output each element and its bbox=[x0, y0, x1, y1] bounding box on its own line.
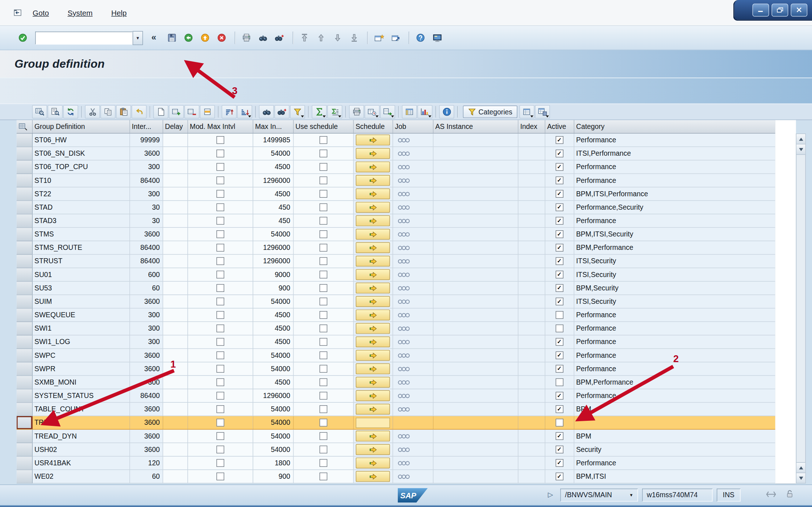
command-dropdown-button[interactable]: ▼ bbox=[133, 31, 143, 45]
use-schedule-checkbox[interactable] bbox=[319, 217, 327, 225]
find-next-button[interactable] bbox=[274, 105, 289, 118]
row-selector[interactable] bbox=[17, 254, 32, 268]
previous-page-button[interactable] bbox=[314, 31, 328, 45]
column-header-interval[interactable]: Inter... bbox=[129, 120, 162, 133]
mod-max-intvl-checkbox[interactable] bbox=[216, 298, 224, 305]
row-selector[interactable] bbox=[17, 308, 32, 322]
mod-max-intvl-checkbox[interactable] bbox=[216, 204, 224, 211]
first-page-button[interactable] bbox=[297, 31, 312, 45]
schedule-button[interactable] bbox=[356, 188, 390, 199]
column-header-name[interactable]: Group Definition bbox=[32, 120, 130, 133]
row-selector[interactable] bbox=[17, 295, 32, 308]
active-checkbox[interactable] bbox=[555, 378, 563, 386]
use-schedule-checkbox[interactable] bbox=[319, 419, 327, 427]
mod-max-intvl-checkbox[interactable] bbox=[216, 325, 224, 332]
job-chain-icon[interactable] bbox=[397, 394, 410, 399]
export-button[interactable] bbox=[380, 105, 395, 118]
sort-desc-button[interactable] bbox=[237, 105, 252, 118]
row-selector[interactable] bbox=[17, 362, 32, 376]
mod-max-intvl-checkbox[interactable] bbox=[216, 446, 224, 453]
mod-max-intvl-checkbox[interactable] bbox=[216, 378, 224, 386]
scroll-down-button-bottom[interactable] bbox=[796, 473, 805, 483]
mod-max-intvl-checkbox[interactable] bbox=[216, 284, 224, 292]
create-shortcut-button[interactable] bbox=[388, 31, 403, 45]
vertical-scrollbar[interactable] bbox=[796, 134, 806, 483]
job-chain-icon[interactable] bbox=[397, 178, 410, 183]
sort-asc-button[interactable] bbox=[222, 105, 237, 118]
row-selector[interactable] bbox=[17, 227, 32, 241]
active-checkbox[interactable]: ✓ bbox=[555, 352, 563, 359]
schedule-button[interactable] bbox=[356, 431, 390, 441]
schedule-button[interactable] bbox=[356, 175, 390, 186]
active-checkbox[interactable]: ✓ bbox=[555, 137, 563, 144]
find-next-button[interactable] bbox=[272, 31, 287, 45]
select-all-icon[interactable] bbox=[18, 123, 27, 130]
schedule-button[interactable] bbox=[356, 350, 390, 361]
job-chain-icon[interactable] bbox=[397, 474, 410, 479]
schedule-button[interactable] bbox=[356, 296, 390, 307]
use-schedule-checkbox[interactable] bbox=[319, 271, 327, 278]
mod-max-intvl-checkbox[interactable] bbox=[216, 432, 224, 440]
save-button[interactable] bbox=[165, 31, 179, 45]
active-checkbox[interactable]: ✓ bbox=[555, 190, 563, 198]
next-page-button[interactable] bbox=[330, 31, 345, 45]
status-system-field[interactable]: /BNWVS/MAIN ▼ bbox=[560, 489, 638, 502]
schedule-button[interactable] bbox=[356, 444, 390, 455]
use-schedule-checkbox[interactable] bbox=[319, 177, 327, 184]
row-selector[interactable] bbox=[17, 281, 32, 295]
row-selector[interactable] bbox=[17, 241, 32, 254]
active-checkbox[interactable]: ✓ bbox=[555, 338, 563, 346]
details-button[interactable] bbox=[47, 105, 62, 118]
scroll-up-button-bottom[interactable] bbox=[796, 462, 805, 473]
column-header-max[interactable]: Max In... bbox=[253, 120, 293, 133]
mod-max-intvl-checkbox[interactable] bbox=[216, 352, 224, 359]
subtotal-button[interactable] bbox=[327, 105, 342, 118]
find-button[interactable] bbox=[256, 31, 270, 45]
column-header-schedule[interactable]: Schedule bbox=[353, 120, 393, 133]
job-chain-icon[interactable] bbox=[397, 205, 410, 210]
views-button[interactable] bbox=[365, 105, 379, 118]
schedule-button[interactable] bbox=[356, 457, 390, 468]
mod-max-intvl-checkbox[interactable] bbox=[216, 257, 224, 265]
job-chain-icon[interactable] bbox=[397, 272, 410, 277]
active-checkbox[interactable]: ✓ bbox=[555, 406, 563, 413]
row-selector[interactable] bbox=[17, 322, 32, 335]
new-session-button[interactable] bbox=[372, 31, 386, 45]
mod-max-intvl-checkbox[interactable] bbox=[216, 392, 224, 400]
enter-button[interactable] bbox=[16, 31, 30, 45]
close-button[interactable] bbox=[791, 3, 807, 16]
find-button[interactable] bbox=[259, 105, 274, 118]
active-checkbox[interactable]: ✓ bbox=[555, 432, 563, 440]
active-checkbox[interactable]: ✓ bbox=[555, 244, 563, 252]
cancel-button[interactable] bbox=[215, 31, 229, 45]
schedule-button[interactable] bbox=[356, 135, 390, 146]
mod-max-intvl-checkbox[interactable] bbox=[216, 163, 224, 171]
job-chain-icon[interactable] bbox=[397, 219, 410, 224]
delete-row-button[interactable] bbox=[184, 105, 199, 118]
row-selector[interactable] bbox=[17, 147, 32, 160]
schedule-button[interactable] bbox=[356, 229, 390, 240]
status-insert-mode-field[interactable]: INS bbox=[717, 489, 741, 502]
scroll-down-button[interactable] bbox=[796, 144, 805, 155]
collapse-button[interactable]: « bbox=[148, 31, 163, 45]
table-view-button[interactable] bbox=[402, 105, 417, 118]
last-page-button[interactable] bbox=[347, 31, 362, 45]
mod-max-intvl-checkbox[interactable] bbox=[216, 231, 224, 238]
scroll-up-button[interactable] bbox=[796, 134, 805, 144]
column-header-category[interactable]: Category bbox=[574, 120, 775, 133]
row-selector[interactable] bbox=[17, 160, 32, 173]
job-chain-icon[interactable] bbox=[397, 165, 410, 170]
row-selector[interactable] bbox=[17, 430, 32, 443]
sum-button[interactable] bbox=[312, 105, 326, 118]
active-checkbox[interactable]: ✓ bbox=[555, 231, 563, 238]
menu-help[interactable]: Help bbox=[111, 9, 127, 17]
use-schedule-checkbox[interactable] bbox=[319, 284, 327, 292]
paste-button[interactable] bbox=[116, 105, 131, 118]
active-checkbox[interactable]: ✓ bbox=[555, 473, 563, 481]
mod-max-intvl-checkbox[interactable] bbox=[216, 338, 224, 346]
use-schedule-checkbox[interactable] bbox=[319, 163, 327, 171]
job-chain-icon[interactable] bbox=[397, 340, 410, 345]
row-selector[interactable] bbox=[17, 389, 32, 402]
schedule-button[interactable] bbox=[356, 363, 390, 374]
use-schedule-checkbox[interactable] bbox=[319, 244, 327, 252]
